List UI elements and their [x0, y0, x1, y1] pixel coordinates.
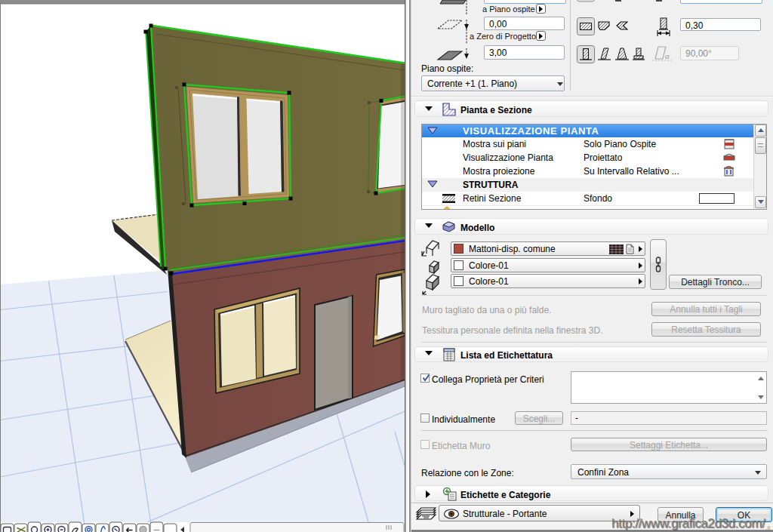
- svg-text:α: α: [665, 51, 670, 60]
